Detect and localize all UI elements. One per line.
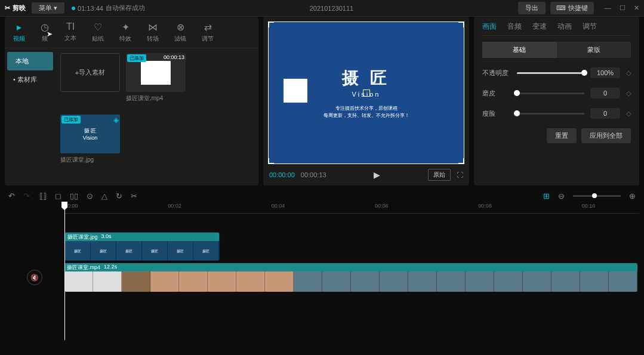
rotate-button[interactable]: ↻ [116, 192, 122, 200]
subtab-basic[interactable]: 基础 [482, 42, 557, 58]
qr-code [284, 79, 307, 103]
minimize-button[interactable]: — [605, 4, 611, 12]
current-time: 00:00:00 [269, 171, 295, 178]
face-stepper[interactable]: ◇ [626, 110, 631, 118]
tab-effect[interactable]: ✦特效 [117, 20, 134, 44]
tab-filter[interactable]: ⊗滤镜 [172, 20, 189, 44]
face-slider[interactable] [517, 113, 584, 115]
mirror-button[interactable]: △ [101, 192, 107, 200]
zoom-slider[interactable] [573, 195, 621, 197]
skin-slider[interactable] [517, 92, 584, 94]
props-tab-animation[interactable]: 动画 [557, 21, 572, 32]
maximize-button[interactable]: ☐ [620, 4, 625, 12]
props-tab-adjust[interactable]: 调节 [583, 21, 597, 32]
clip-video[interactable]: 摄匠课堂.mp412.2s [64, 263, 637, 292]
crop2-button[interactable]: ✂ [131, 192, 137, 200]
media-filename: 摄匠课堂.mp4 [126, 94, 186, 103]
ratio-button[interactable]: 原始 [428, 169, 451, 181]
apply-all-button[interactable]: 应用到全部 [581, 128, 631, 143]
app-logo: ✂ 剪映 [5, 4, 26, 13]
keyboard-icon: ⌨ [556, 4, 566, 12]
face-label: 瘦脸 [482, 109, 511, 118]
preview-button[interactable]: ⊙ [87, 192, 93, 200]
fullscreen-button[interactable]: ⛶ [457, 171, 463, 178]
app-name: 剪映 [13, 4, 26, 13]
preview-panel: 摄 匠 Vision 专注摄后技术分享，原创课程 每周更新，支持、转发、不允许拆… [263, 17, 469, 186]
preview-viewport[interactable]: 摄 匠 Vision 专注摄后技术分享，原创课程 每周更新，支持、转发、不允许拆… [268, 21, 464, 164]
shortcuts-button[interactable]: ⌨ 快捷键 [550, 2, 594, 14]
opacity-label: 不透明度 [482, 69, 511, 78]
ruler-mark: 00:10 [582, 203, 596, 209]
ruler-mark: 00:04 [272, 203, 285, 209]
undo-button[interactable]: ↶ [8, 192, 15, 200]
crop-button[interactable]: ◻ [55, 192, 61, 200]
track-row: 摄匠课堂.jpg3.0s 摄匠摄匠摄匠摄匠摄匠摄匠 [5, 231, 639, 261]
skin-label: 磨皮 [482, 89, 511, 98]
zoom-in-button[interactable]: ⊕ [629, 192, 636, 200]
save-time: 01:13:44 [78, 5, 103, 12]
timeline: ↶ ↷ ⟦⟧ ◻ ▯▯ ⊙ △ ↻ ✂ ⊞ ⊖ ⊕ 00:00 00:02 00… [0, 186, 644, 297]
adjust-icon: ⇄ [204, 21, 212, 33]
preview-text: 专注摄后技术分享，原创课程 每周更新，支持、转发、不允许拆分享！ [323, 105, 409, 119]
skin-value[interactable]: 0 [590, 88, 620, 98]
frame-button[interactable]: ▯▯ [70, 192, 78, 200]
video-icon: ▸ [17, 21, 21, 33]
media-sidebar: 本地 • 素材库 [5, 48, 56, 186]
save-indicator-dot [72, 7, 75, 10]
clip-image[interactable]: 摄匠课堂.jpg3.0s 摄匠摄匠摄匠摄匠摄匠摄匠 [64, 232, 220, 261]
ruler-mark: 00:06 [375, 203, 389, 209]
project-title: 202101230111 [145, 5, 518, 12]
tab-transition[interactable]: ⋈转场 [144, 20, 161, 44]
reset-button[interactable]: 重置 [547, 128, 577, 143]
opacity-value[interactable]: 100% [590, 67, 620, 78]
cursor-icon: ➤ [47, 30, 53, 38]
image-type-icon: ◈ [113, 116, 119, 124]
export-button[interactable]: 导出 [518, 2, 546, 14]
redo-button[interactable]: ↷ [23, 192, 30, 200]
play-button[interactable]: ▶ [374, 170, 380, 180]
added-badge: 已添加 [61, 116, 81, 124]
media-panel: ▸视频 ◷频 TI文本 ♡贴纸 ✦特效 ⋈转场 ⊗滤镜 ⇄调节 本地 • 素材库… [5, 17, 258, 186]
track-row: 🔇 摄匠课堂.mp412.2s [5, 263, 639, 292]
tab-adjust[interactable]: ⇄调节 [199, 20, 216, 44]
tab-sticker[interactable]: ♡贴纸 [90, 20, 106, 44]
transition-icon: ⋈ [148, 21, 158, 33]
added-badge: 已添加 [127, 54, 146, 62]
media-item[interactable]: 已添加 ◈ 摄 匠Vision 摄匠课堂.jpg [60, 115, 120, 164]
close-button[interactable]: ✕ [634, 4, 639, 12]
preview-subtitle: Vision [352, 91, 381, 98]
tab-video[interactable]: ▸视频 [11, 20, 27, 44]
snap-button[interactable]: ⊞ [543, 192, 550, 200]
sidebar-item-local[interactable]: 本地 [7, 52, 53, 70]
ruler-mark: 00:02 [168, 203, 181, 209]
import-button[interactable]: + 导入素材 [60, 53, 120, 92]
media-tabs: ▸视频 ◷频 TI文本 ♡贴纸 ✦特效 ⋈转场 ⊗滤镜 ⇄调节 [5, 17, 258, 48]
effect-icon: ✦ [122, 21, 130, 33]
props-tab-speed[interactable]: 变速 [532, 21, 547, 32]
duration-label: 00:00:13 [164, 54, 184, 60]
timeline-ruler[interactable]: 00:00 00:02 00:04 00:06 00:08 00:10 [64, 203, 639, 214]
sticker-icon: ♡ [94, 21, 102, 33]
media-grid: + 导入素材 已添加 00:00:13 摄匠课堂.mp4 已添加 ◈ 摄 匠V [56, 48, 258, 186]
mute-button[interactable]: 🔇 [27, 270, 42, 285]
media-filename: 摄匠课堂.jpg [60, 156, 120, 164]
opacity-slider[interactable] [517, 72, 584, 74]
subtab-mask[interactable]: 蒙版 [557, 42, 631, 58]
save-status: 01:13:44 自动保存成功 [72, 4, 145, 13]
media-item[interactable]: 已添加 00:00:13 摄匠课堂.mp4 [126, 53, 186, 103]
props-tab-picture[interactable]: 画面 [482, 21, 497, 32]
ruler-mark: 00:08 [478, 203, 492, 209]
split-button[interactable]: ⟦⟧ [39, 192, 47, 200]
face-value[interactable]: 0 [590, 108, 620, 119]
zoom-out-button[interactable]: ⊖ [558, 192, 565, 200]
opacity-stepper[interactable]: ◇ [626, 69, 631, 77]
skin-stepper[interactable]: ◇ [626, 89, 631, 97]
filter-icon: ⊗ [177, 21, 184, 33]
titlebar: ✂ 剪映 菜单 ▾ 01:13:44 自动保存成功 202101230111 导… [0, 0, 644, 17]
tab-text[interactable]: TI文本 [62, 20, 79, 44]
playhead[interactable] [64, 203, 65, 340]
sidebar-item-library[interactable]: • 素材库 [5, 70, 56, 89]
preview-logo: 摄 匠 [342, 67, 391, 89]
props-tab-audio[interactable]: 音频 [507, 21, 522, 32]
menu-button[interactable]: 菜单 ▾ [32, 2, 64, 14]
